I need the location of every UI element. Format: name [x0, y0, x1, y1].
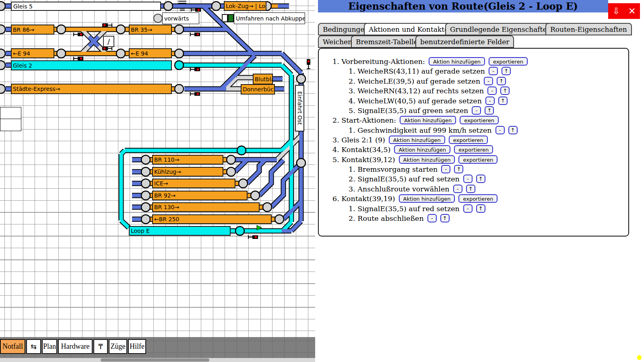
action-row[interactable]: 2. Route abschließen - ↑ [321, 214, 627, 223]
export-button[interactable]: exportieren [460, 116, 499, 124]
move-up-button[interactable]: ↑ [502, 67, 511, 75]
remove-action-button[interactable]: - [463, 175, 473, 183]
block-staedte-express[interactable]: Städte-Express→ [11, 84, 172, 94]
close-icon[interactable]: ✕ [628, 7, 636, 16]
action-group-row[interactable]: 2. Start-Aktionen: Aktion hinzufügen exp… [321, 115, 627, 125]
remove-action-button[interactable]: - [472, 106, 481, 115]
block-br250[interactable]: ←BR 250 [152, 214, 272, 224]
add-action-button[interactable]: Aktion hinzufügen [399, 155, 455, 164]
move-up-button[interactable]: ↑ [508, 126, 518, 134]
add-action-button[interactable]: Aktion hinzufügen [400, 116, 456, 124]
block-e94-left[interactable]: ←E 94 [11, 48, 54, 58]
empty-cell[interactable] [0, 119, 21, 131]
block-blutblase[interactable]: Blutblase [253, 74, 273, 84]
action-row[interactable]: 1. Bremsvorgang starten - ↑ [321, 165, 627, 174]
empty-cell[interactable] [0, 107, 21, 119]
block-br130[interactable]: BR 130→ [152, 202, 260, 212]
action-row[interactable]: 3. Anschlußroute vorwählen - ↑ [321, 184, 627, 193]
umfahren-label: Umfahren nach Abkuppeln [234, 12, 305, 24]
action-group-row[interactable]: 3. Gleis 2:1 (9) Aktion hinzufügen expor… [321, 135, 627, 144]
block-ice[interactable]: ICE→ [152, 179, 235, 188]
block-br110[interactable]: BR 110→ [152, 155, 223, 165]
move-up-button[interactable]: ↑ [485, 106, 494, 115]
action-label: 2. SignalE(35,5) auf red setzen [349, 175, 460, 183]
remove-action-button[interactable]: - [484, 77, 493, 85]
dialog-titlebar[interactable]: Eigenschaften von Route(Gleis 2 - Loop E… [318, 0, 608, 12]
block-loop-e[interactable]: Loop E [129, 226, 231, 236]
move-up-button[interactable]: ↑ [454, 165, 463, 173]
action-group-row[interactable]: 5. Kontakt(39,12) Aktion hinzufügen expo… [321, 155, 627, 164]
add-action-button[interactable]: Aktion hinzufügen [429, 57, 485, 66]
action-row[interactable]: 2. SignalE(35,5) auf red setzen - ↑ [321, 174, 627, 183]
direction-indicator-icon[interactable] [153, 14, 163, 23]
block-kuehlzug[interactable]: Kühlzug→ [152, 167, 223, 177]
shunt-button[interactable]: ⇆ [26, 339, 41, 354]
einfahrt-ost-label[interactable]: Einfahrt Ost [295, 85, 304, 132]
action-row[interactable]: 1. Geschwindigkeit auf 999 km/h setzen -… [321, 125, 627, 135]
action-row[interactable]: 5. SignalE(35,5) auf green setzen - ↑ [321, 106, 627, 115]
move-up-button[interactable]: ↑ [476, 175, 485, 183]
block-gleis2[interactable]: Gleis 2 [11, 60, 172, 70]
move-up-button[interactable]: ↑ [466, 185, 475, 193]
slash-tool-icon[interactable]: / [103, 36, 114, 47]
remove-action-button[interactable]: - [441, 165, 450, 173]
hilfe-button[interactable]: Hilfe [128, 339, 146, 354]
move-up-button[interactable]: ↑ [498, 97, 508, 105]
remove-action-button[interactable]: - [463, 204, 473, 213]
tab-benutzerdefinierte-felder[interactable]: benutzerdefinierte Felder [415, 35, 514, 48]
export-button[interactable]: exportieren [458, 155, 497, 164]
signal-icon [190, 68, 200, 71]
signal-icon [102, 47, 112, 50]
track-gray[interactable] [82, 29, 301, 160]
block-lokzug[interactable]: Lok-Zug→ | Lok-Zug [224, 1, 266, 11]
add-action-button[interactable]: Aktion hinzufügen [389, 136, 445, 144]
remove-action-button[interactable]: - [487, 86, 497, 95]
tab-bremszeit-tabelle[interactable]: Bremszeit-Tabelle [351, 35, 423, 48]
scrollbar-thumb[interactable] [101, 358, 209, 362]
action-row[interactable]: 1. WeicheRS(43,11) auf gerade setzen - ↑ [321, 66, 627, 76]
tab-routen-eigenschaften[interactable]: Routen-Eigenschaften [545, 23, 632, 35]
remove-action-button[interactable]: - [453, 185, 462, 193]
remove-action-button[interactable]: - [495, 126, 505, 134]
action-group-row[interactable]: 4. Kontakt(34,5) Aktion hinzufügen expor… [321, 145, 627, 154]
plan-button[interactable]: Plan [42, 339, 57, 354]
action-label: 5. SignalE(35,5) auf green setzen [349, 107, 468, 115]
block-donnerbuechse[interactable]: Donnerbüchse [241, 84, 275, 95]
uncouple-button[interactable]: ₸ [93, 339, 108, 354]
hardware-button[interactable]: Hardware [58, 339, 93, 354]
tab-grundlegende-eigenschaften[interactable]: Grundlegende Eigenschaften [445, 23, 556, 35]
remove-action-button[interactable]: - [485, 97, 495, 105]
zuege-button[interactable]: Züge [109, 339, 127, 354]
checkbox-on[interactable] [228, 14, 234, 22]
minimize-icon[interactable]: ⇩ [613, 7, 620, 16]
move-up-button[interactable]: ↑ [476, 204, 485, 213]
action-row[interactable]: 1. SignalE(35,5) auf red setzen - ↑ [321, 204, 627, 213]
action-row[interactable]: 2. WeicheLE(39,5) auf gerade setzen - ↑ [321, 76, 627, 86]
block-br86[interactable]: BR 86→ [11, 25, 54, 35]
notfall-button[interactable]: Notfall [0, 339, 25, 354]
export-button[interactable]: exportieren [454, 145, 493, 154]
horizontal-scrollbar[interactable] [0, 358, 315, 362]
direction-field[interactable]: vorwärts [162, 12, 199, 24]
action-row[interactable]: 4. WeicheLW(40,5) auf gerade setzen - ↑ [321, 96, 627, 105]
export-button[interactable]: exportieren [458, 194, 497, 203]
action-group-row[interactable]: 1. Vorbereitung-Aktionen: Aktion hinzufü… [321, 57, 627, 66]
move-up-button[interactable]: ↑ [500, 86, 510, 95]
checkbox-off[interactable] [222, 14, 228, 22]
block-br92[interactable]: BR 92→ [152, 191, 248, 200]
block-gleis5[interactable]: Gleis 5 [11, 2, 161, 11]
action-group-row[interactable]: 6. Kontakt(39,19) Aktion hinzufügen expo… [321, 194, 627, 203]
add-action-button[interactable]: Aktion hinzufügen [394, 145, 450, 154]
remove-action-button[interactable]: - [427, 214, 437, 222]
move-up-button[interactable]: ↑ [440, 214, 450, 222]
move-up-button[interactable]: ↑ [497, 77, 506, 85]
action-row[interactable]: 3. WeicheRN(43,12) auf rechts setzen - ↑ [321, 86, 627, 95]
tab-aktionen-und-kontakte[interactable]: Aktionen und Kontakte [364, 23, 453, 35]
track-plan-panel[interactable]: Gleis 5 Lok-Zug→ | Lok-Zug vorwärts Umfa… [0, 0, 315, 337]
remove-action-button[interactable]: - [489, 67, 498, 75]
export-button[interactable]: exportieren [489, 57, 528, 66]
add-action-button[interactable]: Aktion hinzufügen [399, 194, 455, 203]
export-button[interactable]: exportieren [449, 136, 488, 144]
block-br35[interactable]: BR 35→ [129, 25, 172, 35]
block-e94-right[interactable]: ←E 94 [129, 48, 172, 58]
